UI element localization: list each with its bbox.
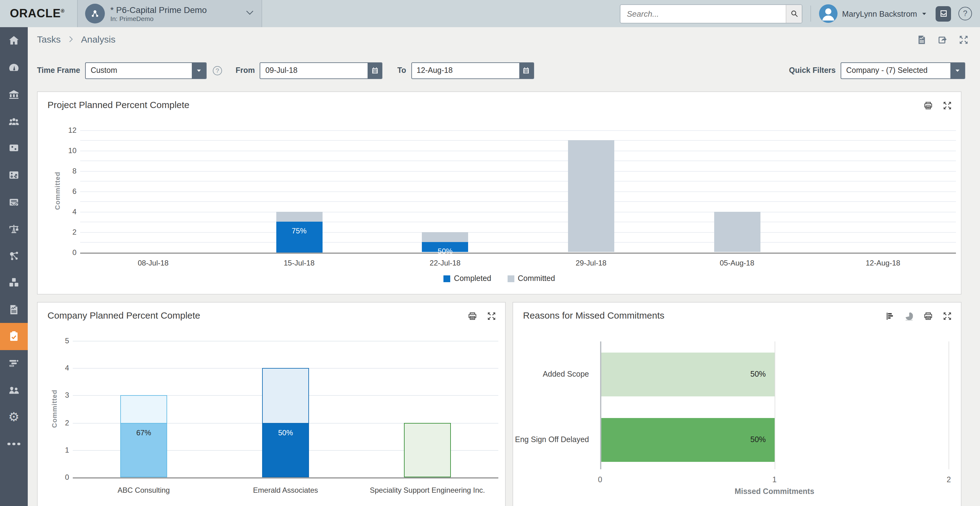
bar-percent-label: 75% [276,227,322,235]
bar-committed-outline[interactable] [404,423,451,477]
legend-item[interactable]: Completed [444,274,491,283]
sidebar-item-more-ellipsis[interactable] [0,430,28,457]
wbs-blocks-icon [7,276,20,289]
sidebar-item-contracts[interactable] [0,188,28,215]
share-export-icon[interactable] [937,34,948,46]
sidebar-item-wbs-blocks[interactable] [0,269,28,296]
network-share-icon [89,8,100,19]
sidebar-item-field-workers[interactable] [0,377,28,404]
y-axis-title: Committed [54,166,61,215]
chevron-down-icon[interactable] [244,7,255,21]
person-icon [819,4,838,23]
oracle-logo: ORACLE® [10,7,65,21]
legend-label: Committed [518,274,555,283]
y-tick-label: 2 [53,228,76,236]
quick-filters-select[interactable]: Company - (7) Selected [841,62,965,79]
y-tick-label: 0 [45,473,69,482]
resources-people-icon [7,115,20,128]
gridline [80,242,956,243]
sidebar-item-dashboard-gauge[interactable] [0,54,28,81]
domino-cards-icon [7,142,20,155]
dropdown-caret-icon[interactable] [192,63,206,78]
legend-swatch [507,275,514,282]
to-date-field [411,62,534,79]
sidebar: ⚙ [0,27,28,506]
sidebar-item-schedule-bars[interactable] [0,350,28,377]
project-picker-text: * P6-Capital Prime Demo In: PrimeDemo [110,5,207,22]
sidebar-item-construction-crane[interactable] [0,215,28,243]
y-tick-label: 10 [53,146,76,155]
gridline [80,211,956,212]
y-category-label: Added Scope [513,370,589,378]
user-menu[interactable]: MaryLynn Backstrom [819,4,927,23]
project-avatar [85,4,105,24]
breadcrumb-analysis[interactable]: Analysis [81,34,116,45]
sidebar-item-tasks-clipboard[interactable] [0,323,28,350]
help-icon[interactable]: ? [958,7,972,21]
bar-percent-label: 50% [262,428,309,437]
y-tick-label: 0 [53,248,76,257]
construction-crane-icon [7,222,20,235]
time-frame-help-icon[interactable]: ? [213,66,222,75]
calendar-icon[interactable] [519,63,533,78]
bar-percent-label: 50% [600,435,766,444]
x-category-label: ABC Consulting [70,486,218,495]
bar-percent-label: 50% [422,247,468,255]
time-frame-label: Time Frame [37,66,80,75]
to-label: To [397,66,406,75]
project-subtitle: In: PrimeDemo [110,15,207,22]
gridline [80,181,956,182]
strategy-board-icon [7,169,20,182]
x-axis-line [73,477,498,479]
x-axis-title: Missed Commitments [706,487,842,496]
search-input[interactable] [621,5,786,22]
gridline [949,342,950,469]
y-tick-label: 5 [45,337,69,345]
gridline [80,192,956,192]
search-button[interactable] [786,5,802,22]
user-avatar [819,4,838,23]
x-tick-label: 0 [588,476,612,484]
panel-company-planned: Company Planned Percent Complete 012345C… [37,302,506,506]
x-tick-label: 2 [937,476,961,484]
field-workers-icon [7,384,20,397]
notifications-inbox-icon[interactable] [935,6,951,21]
filter-bar: Time Frame Custom ? From To Quick Filter… [37,61,965,80]
bar-committed[interactable] [568,140,614,252]
from-date-input[interactable] [260,63,368,78]
dropdown-caret-icon[interactable] [950,63,964,78]
x-category-label: Speciality Support Engineering Inc. [353,486,501,495]
sidebar-item-settings-gear[interactable]: ⚙ [0,404,28,430]
calendar-icon[interactable] [368,63,382,78]
y-tick-label: 12 [53,126,76,135]
time-frame-select[interactable]: Custom [85,62,207,79]
breadcrumb-tasks[interactable]: Tasks [37,34,61,45]
sidebar-item-reports[interactable] [0,296,28,323]
quick-filters-label: Quick Filters [789,66,836,75]
sidebar-item-domino-cards[interactable] [0,135,28,161]
sidebar-item-home[interactable] [0,27,28,54]
search-icon [789,9,799,19]
y-axis-title: Committed [51,384,58,433]
sidebar-item-resources-people[interactable] [0,108,28,135]
expand-icon[interactable] [958,34,969,46]
legend-item[interactable]: Committed [507,274,555,283]
x-category-label: Emerald Associates [212,486,360,495]
quick-filters-value: Company - (7) Selected [841,63,950,78]
from-date-field [260,62,382,79]
x-category-label: 08-Jul-18 [104,259,203,267]
sidebar-item-network-share[interactable] [0,243,28,269]
sidebar-item-portfolio-bank[interactable] [0,81,28,108]
to-date-input[interactable] [412,63,519,78]
x-tick-label: 1 [762,476,787,484]
bar-committed[interactable] [714,211,760,252]
page-toolbar [916,34,969,46]
bar-completed[interactable] [276,222,322,252]
sidebar-item-strategy-board[interactable] [0,161,28,188]
report-document-icon[interactable] [916,34,928,46]
project-picker[interactable]: * P6-Capital Prime Demo In: PrimeDemo [77,0,262,27]
bar-percent-label: 67% [120,428,167,437]
gridline [80,140,956,141]
legend-label: Completed [454,274,491,283]
chart-company-plot: 012345Committed67%ABC Consulting50%Emera… [38,303,505,506]
